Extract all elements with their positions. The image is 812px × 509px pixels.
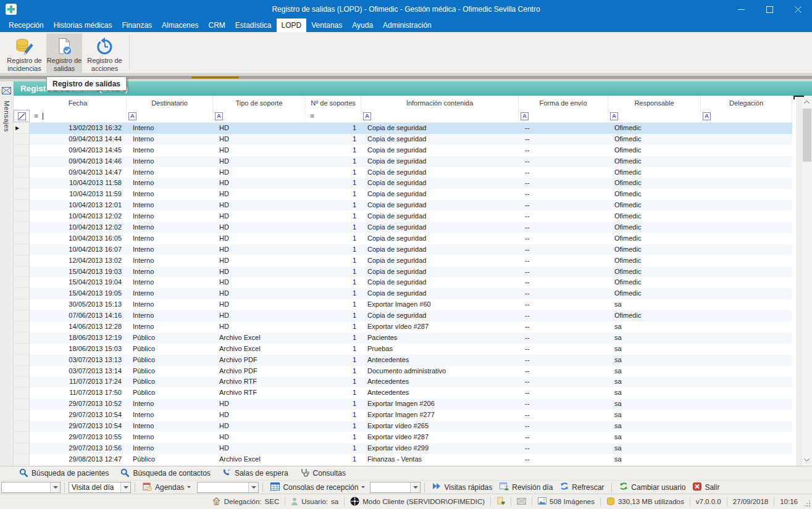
table-row[interactable]: 09/04/2013 14:44InternoHD1Copia de segur… (14, 134, 792, 145)
table-row[interactable]: 29/07/2013 10:55InternoHD1Exportar vídeo… (14, 432, 792, 443)
sidebar-tab-mensajes[interactable]: Mensajes (0, 81, 14, 466)
scrollbar-thumb[interactable] (803, 109, 811, 162)
consolas-recepcion-button[interactable]: Consolas de recepción (267, 482, 369, 492)
visitas-rapidas-button[interactable]: Visitas rápidas (429, 482, 496, 492)
agendas-button[interactable]: Agendas (139, 482, 195, 493)
table-row[interactable]: 10/04/2013 11:59InternoHD1Copia de segur… (14, 189, 792, 200)
table-row[interactable]: 30/05/2013 15:13InternoHD1Exportar Image… (14, 299, 792, 310)
table-row[interactable]: 09/04/2013 14:47InternoHD1Copia de segur… (14, 167, 792, 178)
status-doc-transfer[interactable] (491, 497, 511, 507)
busqueda-contactos-button[interactable]: Búsqueda de contactos (120, 468, 210, 479)
registro-acciones-button[interactable]: Registro de acciones (83, 33, 126, 73)
column-header-forma-de-envío[interactable]: Forma de envío (519, 96, 608, 110)
vertical-scrollbar[interactable] (801, 96, 812, 466)
menu-tab-estadística[interactable]: Estadística (230, 19, 277, 32)
menu-tab-administración[interactable]: Administración (378, 19, 437, 32)
table-row[interactable]: 03/07/2013 13:14PúblicoArchivo PDF1Docum… (14, 366, 792, 377)
table-row[interactable]: 18/06/2013 12:19PúblicoArchivo Excel1Pac… (14, 333, 792, 344)
salas-espera-button[interactable]: Salas de espera (222, 468, 288, 479)
cambiar-usuario-button[interactable]: Cambiar usuario (616, 482, 689, 492)
column-header-delegación[interactable]: Delegación (701, 96, 792, 110)
filter-cell-delegación[interactable]: A (701, 110, 792, 122)
table-row[interactable]: 29/07/2013 10:54InternoHD1Exportar Image… (14, 410, 792, 421)
column-header-nº-de-soportes[interactable]: Nº de soportes (306, 96, 361, 110)
table-row[interactable]: 09/04/2013 14:45InternoHD1Copia de segur… (14, 145, 792, 156)
filter-cell-tipo-de-soporte[interactable]: A (213, 110, 306, 122)
table-row[interactable]: 15/04/2013 19:04InternoHD1Copia de segur… (14, 277, 792, 288)
refrescar-button[interactable]: Refrescar (556, 482, 608, 492)
column-header-tipo-de-soporte[interactable]: Tipo de soporte (213, 96, 306, 110)
combo-field-1[interactable] (1, 482, 61, 493)
table-row[interactable]: 09/04/2013 14:46InternoHD1Copia de segur… (14, 156, 792, 167)
registro-salidas-button[interactable]: Registro de salidas (46, 33, 82, 73)
table-row[interactable]: 29/08/2013 12:47PúblicoArchivo Excel1Fin… (14, 454, 792, 465)
table-row[interactable]: 10/04/2013 16:07InternoHD1Copia de segur… (14, 244, 792, 255)
consultas-button[interactable]: Consultas (300, 468, 346, 479)
scroll-down-icon[interactable] (804, 455, 810, 464)
column-header-responsable[interactable]: Responsable (608, 96, 701, 110)
cell-información-contenida: Copia de seguridad (361, 211, 519, 222)
filter-cell-destinatario[interactable]: A (127, 110, 213, 122)
menu-tab-almacenes[interactable]: Almacenes (157, 19, 203, 32)
close-button[interactable] (784, 0, 812, 19)
table-row[interactable]: 29/07/2013 10:56InternoHD1Exportar vídeo… (14, 443, 792, 454)
busqueda-pacientes-button[interactable]: Búsqueda de pacientes (19, 468, 109, 479)
menu-tab-ventanas[interactable]: Ventanas (306, 19, 347, 32)
text-filter-icon[interactable]: A (128, 112, 136, 120)
salir-button[interactable]: Salir (689, 482, 723, 492)
table-row[interactable]: 07/06/2013 14:16InternoHD1Copia de segur… (14, 310, 792, 321)
table-row[interactable]: 10/04/2013 16:05InternoHD1Copia de segur… (14, 233, 792, 244)
text-filter-icon[interactable]: A (521, 112, 529, 120)
menu-tab-lopd[interactable]: LOPD (277, 19, 307, 32)
table-row[interactable]: 15/04/2013 19:03InternoHD1Copia de segur… (14, 267, 792, 278)
table-row[interactable]: 11/07/2013 17:50PúblicoArchivo RTF1Antec… (14, 387, 792, 399)
row-indicator (14, 178, 30, 189)
table-row[interactable]: 10/04/2013 12:02InternoHD1Copia de segur… (14, 211, 792, 222)
table-row[interactable]: ▶13/02/2013 16:32InternoHD1Copia de segu… (14, 123, 792, 134)
filter-cell-forma-de-envío[interactable]: A (519, 110, 608, 122)
resize-grip[interactable] (803, 494, 812, 509)
chevron-down-icon[interactable] (248, 482, 258, 492)
table-row[interactable]: 15/04/2013 19:05InternoHD1Copia de segur… (14, 288, 792, 299)
table-row[interactable]: 12/04/2013 13:02InternoHD1Copia de segur… (14, 255, 792, 267)
maximize-button[interactable] (755, 0, 784, 19)
table-row[interactable]: 14/06/2013 12:28InternoHD1Exportar vídeo… (14, 321, 792, 333)
scroll-up-icon[interactable] (804, 97, 810, 106)
column-header-destinatario[interactable]: Destinatario (127, 96, 213, 110)
filter-edit-icon[interactable] (14, 110, 30, 122)
table-row[interactable]: 10/04/2013 11:58InternoHD1Copia de segur… (14, 178, 792, 189)
visita-del-dia-combo[interactable]: Visita del día (69, 482, 131, 493)
text-filter-icon[interactable]: A (703, 112, 711, 120)
table-row[interactable]: 18/06/2013 15:03PúblicoArchivo Excel1Pru… (14, 344, 792, 355)
cell-fecha: 15/04/2013 19:03 (30, 267, 127, 278)
menu-tab-finanzas[interactable]: Finanzas (117, 19, 157, 32)
column-header-información-contenida[interactable]: Información contenida (361, 96, 519, 110)
menu-tab-crm[interactable]: CRM (203, 19, 230, 32)
column-header-fecha[interactable]: Fecha (30, 96, 127, 110)
table-row[interactable]: 29/07/2013 10:54InternoHD1Exportar vídeo… (14, 421, 792, 432)
table-row[interactable]: 10/04/2013 12:02InternoHD1Copia de segur… (14, 222, 792, 233)
combo-field-4[interactable] (370, 482, 421, 493)
status-mail[interactable] (511, 498, 532, 506)
menu-tab-historias-médicas[interactable]: Historias médicas (49, 19, 117, 32)
text-filter-icon[interactable]: A (215, 112, 223, 120)
filter-cell-fecha[interactable]: = (30, 110, 127, 122)
minimize-button[interactable] (727, 0, 755, 19)
revision-dia-button[interactable]: Revisión día (496, 482, 556, 492)
menu-tab-recepción[interactable]: Recepción (4, 19, 49, 32)
chevron-down-icon[interactable] (120, 482, 130, 492)
combo-field-3[interactable] (197, 482, 259, 493)
chevron-down-icon[interactable] (50, 482, 60, 492)
menu-tab-ayuda[interactable]: Ayuda (347, 19, 378, 32)
table-row[interactable]: 03/07/2013 13:13PúblicoArchivo PDF1Antec… (14, 355, 792, 366)
registro-incidencias-button[interactable]: Registro de incidencias (4, 33, 45, 73)
text-filter-icon[interactable]: A (610, 112, 618, 120)
table-row[interactable]: 11/07/2013 17:24PúblicoArchivo RTF1Antec… (14, 376, 792, 387)
table-row[interactable]: 29/07/2013 10:52InternoHD1Exportar Image… (14, 399, 792, 410)
filter-cell-nº-de-soportes[interactable]: = (306, 110, 361, 122)
filter-cell-información-contenida[interactable]: A (361, 110, 519, 122)
text-filter-icon[interactable]: A (363, 112, 371, 120)
table-row[interactable]: 10/04/2013 12:01InternoHD1Copia de segur… (14, 200, 792, 211)
chevron-down-icon[interactable] (410, 482, 420, 492)
filter-cell-responsable[interactable]: A (608, 110, 701, 122)
